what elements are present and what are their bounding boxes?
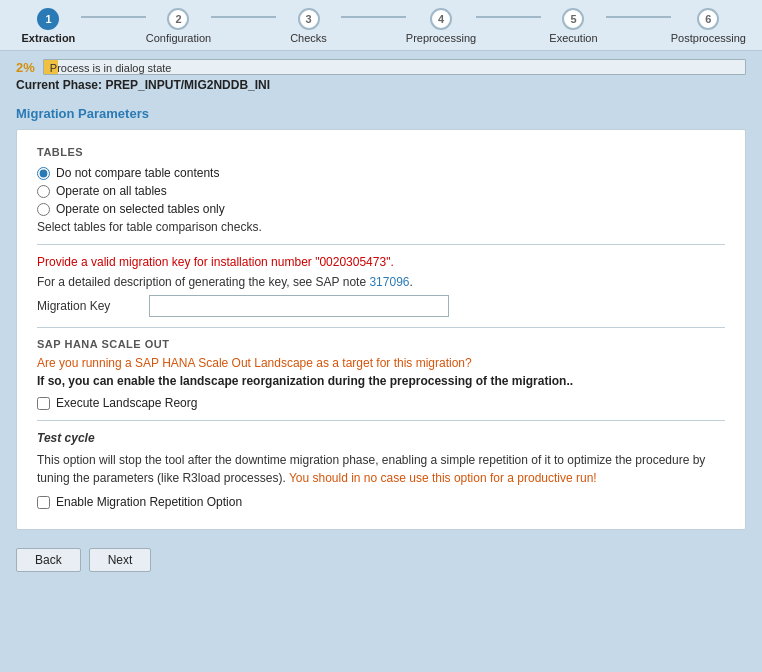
status-row: 2% Process is in dialog state (16, 59, 746, 75)
card: TABLES Do not compare table contents Ope… (16, 129, 746, 530)
step-circle-6: 6 (697, 8, 719, 30)
enable-repetition-label: Enable Migration Repetition Option (56, 495, 242, 509)
execute-landscape-reorg-item[interactable]: Execute Landscape Reorg (37, 396, 725, 410)
step-6[interactable]: 6 Postprocessing (671, 8, 746, 44)
step-2[interactable]: 2 Configuration (146, 8, 211, 44)
progress-bar-text: Process is in dialog state (50, 60, 172, 76)
step-circle-3: 3 (298, 8, 320, 30)
stepper: 1 Extraction 2 Configuration 3 Checks 4 … (0, 0, 762, 51)
step-circle-4: 4 (430, 8, 452, 30)
current-phase: Current Phase: PREP_INPUT/MIG2NDDB_INI (16, 78, 746, 92)
enable-repetition-checkbox[interactable] (37, 496, 50, 509)
step-circle-5: 5 (562, 8, 584, 30)
migration-key-info: For a detailed description of generating… (37, 275, 725, 289)
radio-item-1[interactable]: Do not compare table contents (37, 166, 725, 180)
footer: Back Next (0, 538, 762, 582)
tables-heading: TABLES (37, 146, 725, 158)
migration-key-row: Migration Key (37, 295, 725, 317)
sap-note-link[interactable]: 317096 (369, 275, 409, 289)
radio-label-2: Operate on all tables (56, 184, 167, 198)
migration-key-label: Migration Key (37, 299, 137, 313)
test-cycle-heading: Test cycle (37, 431, 725, 445)
radio-label-3: Operate on selected tables only (56, 202, 225, 216)
divider-2 (37, 327, 725, 328)
section-title: Migration Parameters (16, 106, 746, 121)
next-button[interactable]: Next (89, 548, 152, 572)
radio-item-2[interactable]: Operate on all tables (37, 184, 725, 198)
migration-key-input[interactable] (149, 295, 449, 317)
step-circle-2: 2 (167, 8, 189, 30)
step-label-6: Postprocessing (671, 32, 746, 44)
step-circle-1: 1 (37, 8, 59, 30)
back-button[interactable]: Back (16, 548, 81, 572)
step-connector-1-2 (81, 16, 146, 18)
percent-label: 2% (16, 60, 35, 75)
info-text-prefix: For a detailed description of generating… (37, 275, 369, 289)
test-cycle-desc-part2: You should in no case use this option fo… (289, 471, 597, 485)
radio-selected-tables[interactable] (37, 203, 50, 216)
step-connector-3-4 (341, 16, 406, 18)
progress-bar-container: Process is in dialog state (43, 59, 746, 75)
enable-repetition-item[interactable]: Enable Migration Repetition Option (37, 495, 725, 509)
radio-do-not-compare[interactable] (37, 167, 50, 180)
sap-hana-heading: SAP HANA SCALE OUT (37, 338, 725, 350)
sap-hana-question: Are you running a SAP HANA Scale Out Lan… (37, 356, 725, 370)
radio-all-tables[interactable] (37, 185, 50, 198)
step-label-2: Configuration (146, 32, 211, 44)
test-cycle-desc: This option will stop the tool after the… (37, 451, 725, 487)
current-phase-value: PREP_INPUT/MIG2NDDB_INI (105, 78, 270, 92)
step-label-5: Execution (549, 32, 597, 44)
divider-1 (37, 244, 725, 245)
step-4[interactable]: 4 Preprocessing (406, 8, 476, 44)
main-section: Migration Parameters TABLES Do not compa… (0, 100, 762, 538)
step-connector-4-5 (476, 16, 541, 18)
migration-key-error: Provide a valid migration key for instal… (37, 255, 725, 269)
step-3[interactable]: 3 Checks (276, 8, 341, 44)
step-label-1: Extraction (22, 32, 76, 44)
select-tables-hint: Select tables for table comparison check… (37, 220, 725, 234)
step-5[interactable]: 5 Execution (541, 8, 606, 44)
status-bar: 2% Process is in dialog state Current Ph… (0, 51, 762, 100)
step-1[interactable]: 1 Extraction (16, 8, 81, 44)
divider-3 (37, 420, 725, 421)
step-label-3: Checks (290, 32, 327, 44)
step-label-4: Preprocessing (406, 32, 476, 44)
radio-item-3[interactable]: Operate on selected tables only (37, 202, 725, 216)
step-connector-5-6 (606, 16, 671, 18)
radio-group: Do not compare table contents Operate on… (37, 166, 725, 216)
current-phase-label: Current Phase: (16, 78, 102, 92)
step-connector-2-3 (211, 16, 276, 18)
execute-landscape-reorg-label: Execute Landscape Reorg (56, 396, 197, 410)
sap-hana-bold: If so, you can enable the landscape reor… (37, 374, 725, 388)
radio-label-1: Do not compare table contents (56, 166, 219, 180)
execute-landscape-reorg-checkbox[interactable] (37, 397, 50, 410)
info-text-suffix: . (409, 275, 412, 289)
